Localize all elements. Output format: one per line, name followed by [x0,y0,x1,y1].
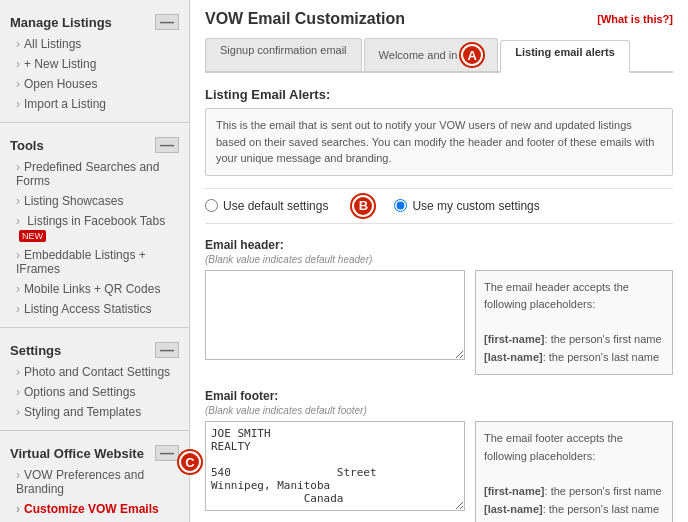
email-header-textarea[interactable] [205,270,465,360]
radio-custom-input[interactable] [394,199,407,212]
sidebar-item-listing-access-stats[interactable]: Listing Access Statistics [0,299,189,319]
email-footer-section: Email footer: (Blank value indicates def… [205,389,673,522]
sidebar-item-all-listings[interactable]: All Listings [0,34,189,54]
sidebar-item-new-listing[interactable]: + New Listing [0,54,189,74]
sidebar-item-import-listing[interactable]: Import a Listing [0,94,189,114]
sidebar-section-manage-listings-label: Manage Listings [10,15,112,30]
tab-welcome[interactable]: Welcome and in A [364,38,499,71]
sidebar-section-tools-header: Tools — [0,131,189,157]
sidebar-item-vow-preferences[interactable]: VOW Preferences and Branding [0,465,189,499]
sidebar-item-predefined-searches[interactable]: Predefined Searches and Forms [0,157,189,191]
sidebar-section-settings-header: Settings — [0,336,189,362]
what-is-this-link[interactable]: [What is this?] [597,13,673,25]
sidebar-section-manage-listings-header: Manage Listings — [0,8,189,34]
sidebar-item-listing-showcases[interactable]: Listing Showcases [0,191,189,211]
sidebar-item-embeddable-listings[interactable]: Embeddable Listings + IFrames [0,245,189,279]
email-header-section: Email header: (Blank value indicates def… [205,238,673,376]
email-footer-row: C JOE SMITH REALTY 540 Street Winnipeg, … [205,421,673,522]
sidebar-collapse-manage-listings[interactable]: — [155,14,179,30]
sidebar: Manage Listings — All Listings + New Lis… [0,0,190,522]
email-footer-textarea[interactable]: JOE SMITH REALTY 540 Street Winnipeg, Ma… [205,421,465,511]
radio-default[interactable]: Use default settings [205,199,328,213]
sidebar-section-tools-label: Tools [10,138,44,153]
main-header: VOW Email Customization [What is this?] [205,10,673,28]
sidebar-section-settings-label: Settings [10,343,61,358]
annotation-badge-c: C [179,451,201,473]
email-header-row: The email header accepts the following p… [205,270,673,376]
tab-signup-confirmation[interactable]: Signup confirmation email [205,38,362,71]
email-header-sublabel: (Blank value indicates default header) [205,254,673,265]
section-title: Listing Email Alerts: [205,87,673,102]
sidebar-item-facebook-tabs[interactable]: Listings in Facebook Tabs NEW [0,211,189,245]
sidebar-section-vow-header: Virtual Office Website — [0,439,189,465]
new-badge: NEW [19,230,46,242]
radio-options: Use default settings B Use my custom set… [205,188,673,224]
sidebar-item-photo-contact[interactable]: Photo and Contact Settings [0,362,189,382]
sidebar-collapse-settings[interactable]: — [155,342,179,358]
sidebar-section-settings: Settings — Photo and Contact Settings Op… [0,328,189,431]
sidebar-section-vow: Virtual Office Website — VOW Preferences… [0,431,189,522]
sidebar-item-mobile-links[interactable]: Mobile Links + QR Codes [0,279,189,299]
email-footer-label: Email footer: [205,389,278,403]
sidebar-section-tools: Tools — Predefined Searches and Forms Li… [0,123,189,328]
sidebar-item-open-houses[interactable]: Open Houses [0,74,189,94]
email-header-placeholder-info: The email header accepts the following p… [475,270,673,376]
page-title: VOW Email Customization [205,10,405,28]
sidebar-item-styling-templates[interactable]: Styling and Templates [0,402,189,422]
annotation-badge-b: B [352,195,374,217]
tab-listing-alerts[interactable]: Listing email alerts [500,40,630,73]
sidebar-collapse-vow[interactable]: — [155,445,179,461]
email-tabs: Signup confirmation email Welcome and in… [205,38,673,73]
sidebar-item-customize-vow-emails[interactable]: Customize VOW Emails [0,499,189,519]
sidebar-item-options-settings[interactable]: Options and Settings [0,382,189,402]
email-footer-sublabel: (Blank value indicates default footer) [205,405,673,416]
info-box: This is the email that is sent out to no… [205,108,673,176]
tab-badge-a: A [461,44,483,66]
main-content: VOW Email Customization [What is this?] … [190,0,688,522]
radio-default-input[interactable] [205,199,218,212]
sidebar-collapse-tools[interactable]: — [155,137,179,153]
sidebar-section-vow-label: Virtual Office Website [10,446,144,461]
sidebar-section-manage-listings: Manage Listings — All Listings + New Lis… [0,0,189,123]
radio-custom[interactable]: Use my custom settings [394,199,539,213]
email-header-label: Email header: [205,238,673,252]
email-footer-placeholder-info: The email footer accepts the following p… [475,421,673,522]
